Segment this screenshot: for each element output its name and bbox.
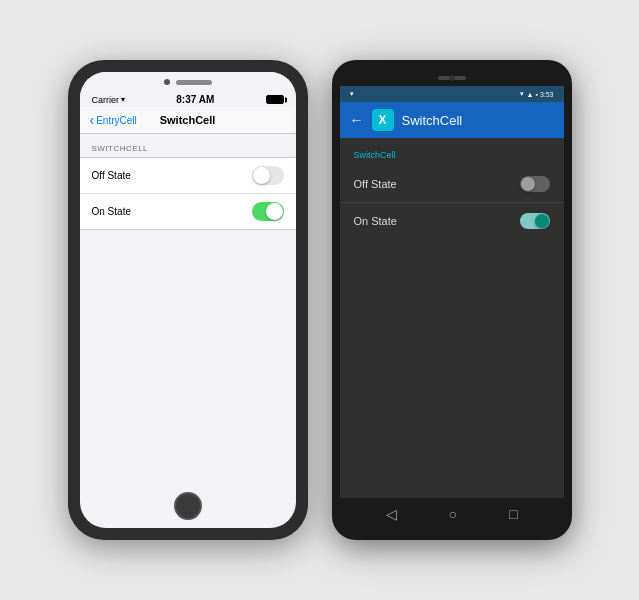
ios-row-off: Off State	[80, 158, 296, 194]
ios-speaker	[176, 80, 212, 85]
android-time: 3:53	[540, 91, 554, 98]
android-camera-area	[340, 70, 564, 86]
ios-toggle-on[interactable]	[252, 202, 284, 221]
android-toggle-off[interactable]	[520, 176, 550, 192]
android-row-on: On State	[340, 203, 564, 239]
android-toolbar: ← X SwitchCell	[340, 102, 564, 138]
ios-phone: Carrier ▾ 8:37 AM ‹ EntryCell SwitchCell…	[68, 60, 308, 540]
android-back-button[interactable]: ←	[350, 112, 364, 128]
ios-camera-area	[80, 72, 296, 92]
ios-nav-title: SwitchCell	[160, 114, 216, 126]
ios-section-label: SWITCHCELL	[80, 144, 296, 157]
android-toggle-on[interactable]	[520, 213, 550, 229]
ios-back-chevron-icon: ‹	[90, 113, 95, 127]
android-on-label: On State	[354, 215, 397, 227]
android-phone: ▾ ▾ ▲ ▪ 3:53 ← X SwitchCell SwitchCell O…	[332, 60, 572, 540]
android-battery-icon: ▪	[535, 91, 537, 98]
ios-carrier-text: Carrier	[92, 95, 120, 105]
android-content: SwitchCell Off State On State	[340, 138, 564, 498]
android-recents-nav-icon[interactable]: □	[509, 506, 517, 522]
ios-table-group: Off State On State	[80, 157, 296, 230]
android-screen: ▾ ▾ ▲ ▪ 3:53 ← X SwitchCell SwitchCell O…	[340, 70, 564, 530]
android-toggle-off-knob	[521, 177, 535, 191]
android-nav-bar: ◁ ○ □	[340, 498, 564, 530]
ios-nav-bar: ‹ EntryCell SwitchCell	[80, 107, 296, 134]
android-wifi-icon: ▾	[520, 90, 524, 98]
ios-screen: Carrier ▾ 8:37 AM ‹ EntryCell SwitchCell…	[80, 72, 296, 528]
ios-content: SWITCHCELL Off State On State	[80, 134, 296, 484]
android-row-off: Off State	[340, 166, 564, 203]
android-back-nav-icon[interactable]: ◁	[386, 506, 397, 522]
ios-camera	[164, 79, 170, 85]
ios-back-label: EntryCell	[96, 115, 137, 126]
ios-on-label: On State	[92, 206, 131, 217]
ios-back-button[interactable]: ‹ EntryCell	[90, 113, 137, 127]
ios-status-bar: Carrier ▾ 8:37 AM	[80, 92, 296, 107]
ios-toggle-on-knob	[266, 203, 283, 220]
android-toolbar-title: SwitchCell	[402, 113, 463, 128]
android-app-icon-text: X	[378, 113, 386, 127]
android-home-nav-icon[interactable]: ○	[449, 506, 457, 522]
android-off-label: Off State	[354, 178, 397, 190]
android-status-left: ▾	[350, 90, 354, 98]
android-signal-icon: ▲	[526, 91, 533, 98]
ios-carrier: Carrier ▾	[92, 95, 126, 105]
ios-off-label: Off State	[92, 170, 131, 181]
ios-toggle-off[interactable]	[252, 166, 284, 185]
android-app-icon: X	[372, 109, 394, 131]
ios-row-on: On State	[80, 194, 296, 229]
ios-home-button-circle[interactable]	[174, 492, 202, 520]
ios-battery-icon	[266, 95, 284, 104]
ios-wifi-icon: ▾	[121, 95, 125, 104]
android-toggle-on-knob	[535, 214, 549, 228]
android-section-label: SwitchCell	[340, 146, 564, 166]
android-status-bar: ▾ ▾ ▲ ▪ 3:53	[340, 86, 564, 102]
ios-toggle-off-knob	[253, 167, 270, 184]
ios-time: 8:37 AM	[176, 94, 214, 105]
ios-home-area	[80, 484, 296, 528]
android-status-right: ▾ ▲ ▪ 3:53	[520, 90, 553, 98]
android-camera	[449, 75, 455, 81]
